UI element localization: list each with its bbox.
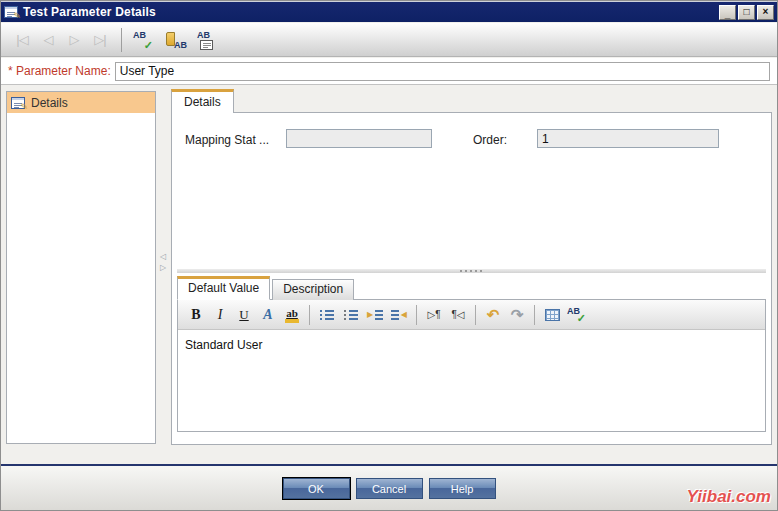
previous-record-button[interactable]: ◁ (35, 28, 61, 52)
cancel-button[interactable]: Cancel (356, 478, 423, 499)
window-title: Test Parameter Details (23, 5, 156, 19)
tab-default-value[interactable]: Default Value (177, 276, 270, 300)
mapping-status-label: Mapping Stat ... (185, 133, 269, 147)
bold-button[interactable]: B (184, 304, 208, 326)
table-icon (545, 309, 560, 321)
highlight-button[interactable]: ab (280, 304, 304, 326)
test-parameter-details-dialog: ✎ Test Parameter Details _ □ × |◁ ◁ ▷ ▷|… (0, 0, 778, 511)
toolbar-separator (534, 305, 535, 325)
insert-table-button[interactable] (540, 304, 564, 326)
value-section: Default Value Description B I U A ab (172, 275, 771, 432)
first-record-button[interactable]: |◁ (9, 28, 35, 52)
italic-button[interactable]: I (208, 304, 232, 326)
ltr-paragraph-icon: ▷¶ (427, 309, 440, 320)
outdent-icon: ◀ (391, 308, 407, 321)
horizontal-splitter[interactable] (177, 267, 766, 275)
bold-icon: B (191, 307, 200, 323)
undo-icon: ↶ (487, 307, 500, 322)
close-button[interactable]: × (757, 5, 774, 20)
maximize-button[interactable]: □ (738, 5, 755, 20)
first-record-icon: |◁ (16, 32, 27, 47)
rtl-paragraph-button[interactable]: ¶◁ (446, 304, 470, 326)
indent-icon: ▶ (367, 308, 383, 321)
required-mark: * (8, 64, 13, 78)
rich-text-editor: B I U A ab ▶ ◀ ▷¶ ¶◁ (177, 299, 766, 432)
toolbar-separator (121, 28, 122, 52)
next-record-icon: ▷ (70, 32, 79, 47)
sidebar-item-label: Details (31, 96, 68, 110)
dialog-body: ✎ Details ◁ ▷ Details Mapping Stat ... O… (1, 86, 777, 466)
last-record-icon: ▷| (94, 32, 105, 47)
order-input[interactable] (537, 129, 719, 148)
sidebar: ✎ Details (6, 91, 156, 444)
dialog-icon: ✎ (4, 6, 18, 18)
spelling-ab-icon: AB (174, 40, 187, 50)
toolbar-separator (416, 305, 417, 325)
numbered-list-icon (343, 308, 359, 321)
ltr-paragraph-button[interactable]: ▷¶ (422, 304, 446, 326)
underline-button[interactable]: U (232, 304, 256, 326)
splitter-dots-handle[interactable] (460, 270, 462, 272)
main-panel: Details Mapping Stat ... Order: Default … (171, 89, 772, 445)
parameter-name-input[interactable] (115, 62, 770, 81)
editor-tabs: Default Value Description (177, 277, 766, 300)
order-label: Order: (473, 133, 507, 147)
details-form-icon: ✎ (11, 97, 25, 109)
toolbar-separator (309, 305, 310, 325)
collapse-left-icon: ◁ (160, 251, 166, 262)
details-panel: Mapping Stat ... Order: Default Value De… (171, 112, 772, 445)
last-record-button[interactable]: ▷| (87, 28, 113, 52)
font-color-icon: A (263, 307, 272, 323)
check-icon: ✓ (144, 40, 153, 51)
editor-toolbar: B I U A ab ▶ ◀ ▷¶ ¶◁ (178, 300, 765, 330)
minimize-button[interactable]: _ (719, 5, 736, 20)
minimize-icon: _ (725, 9, 731, 19)
sidebar-item-details[interactable]: ✎ Details (7, 92, 155, 113)
toolbar-separator (475, 305, 476, 325)
font-color-button[interactable]: A (256, 304, 280, 326)
ok-button[interactable]: OK (283, 478, 350, 499)
default-value-editor[interactable]: Standard User (178, 330, 765, 431)
thesaurus-ab-icon: AB (197, 30, 210, 40)
tab-description[interactable]: Description (272, 279, 354, 300)
sidebar-splitter[interactable]: ◁ ▷ (157, 251, 169, 281)
underline-icon: U (239, 307, 248, 323)
spelling-options-button[interactable]: AB (162, 28, 188, 52)
bullet-list-button[interactable] (315, 304, 339, 326)
pencil-icon: ✎ (20, 103, 28, 112)
parameter-name-row: * Parameter Name: (1, 58, 777, 85)
watermark: Yiibai.com (687, 487, 771, 507)
footer: OK Cancel Help Yiibai.com (1, 464, 777, 510)
bullet-list-icon (319, 308, 335, 321)
indent-button[interactable]: ▶ (363, 304, 387, 326)
check-spelling-button[interactable]: AB ✓ (130, 28, 156, 52)
thesaurus-button[interactable]: AB (194, 28, 220, 52)
spell-check-button[interactable]: AB ✓ (564, 304, 588, 326)
italic-icon: I (218, 307, 223, 323)
redo-button[interactable]: ↷ (505, 304, 529, 326)
collapse-right-icon: ▷ (160, 262, 166, 273)
rtl-paragraph-icon: ¶◁ (451, 309, 464, 320)
mapping-status-input[interactable] (286, 129, 432, 148)
redo-icon: ↷ (511, 307, 524, 322)
splitter-bar (177, 269, 766, 273)
numbered-list-button[interactable] (339, 304, 363, 326)
undo-button[interactable]: ↶ (481, 304, 505, 326)
titlebar: ✎ Test Parameter Details _ □ × (1, 1, 777, 22)
previous-record-icon: ◁ (44, 32, 53, 47)
parameter-name-label: * Parameter Name: (8, 64, 111, 78)
spelling-ab-icon: AB (133, 30, 146, 40)
close-icon: × (763, 7, 769, 17)
next-record-button[interactable]: ▷ (61, 28, 87, 52)
record-toolbar: |◁ ◁ ▷ ▷| AB ✓ AB AB (1, 23, 777, 57)
spell-check-icon: AB ✓ (566, 306, 586, 324)
highlight-icon: ab (285, 307, 299, 323)
maximize-icon: □ (743, 7, 749, 17)
details-form: Mapping Stat ... Order: (172, 113, 771, 267)
thesaurus-list-icon (200, 40, 213, 50)
tab-details[interactable]: Details (171, 89, 234, 113)
help-button[interactable]: Help (429, 478, 496, 499)
pencil-icon: ✎ (13, 12, 21, 21)
outdent-button[interactable]: ◀ (387, 304, 411, 326)
button-row: OK Cancel Help (1, 478, 777, 499)
